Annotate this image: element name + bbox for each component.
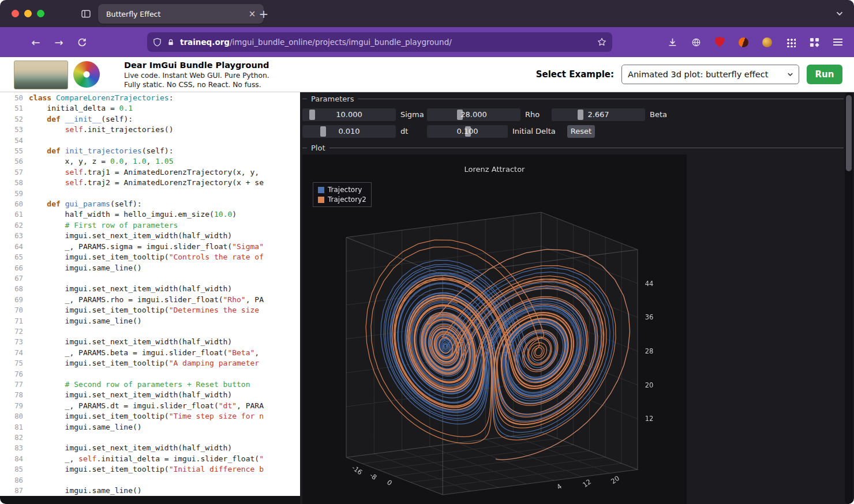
darkreader-extension-icon[interactable] [734,33,752,51]
line-number: 78 [0,390,29,400]
code-line[interactable]: 65 imgui.set_item_tooltip("Controls the … [0,252,300,262]
code-text: imgui.set_next_item_width(half_width) [29,284,232,294]
parameters-header: Parameters [311,95,354,103]
code-line[interactable]: 78 imgui.set_next_item_width(half_width) [0,390,300,400]
code-text: imgui.same_line() [29,486,142,496]
line-number: 67 [0,273,29,284]
code-line[interactable]: 73 imgui.set_next_item_width(half_width) [0,337,300,347]
code-line[interactable]: 62 # First row of parameters [0,220,300,231]
code-line[interactable]: 81 imgui.same_line() [0,422,300,432]
code-text: _, PARAMS.beta = imgui.slider_float("Bet… [29,348,259,358]
code-line[interactable]: 85 imgui.set_item_tooltip("Initial diffe… [0,464,300,475]
rho-slider[interactable]: 28.000 [427,108,520,121]
line-number: 81 [0,422,29,432]
plot-area[interactable]: Lorenz Attractor Trajectory Trajectory2 … [302,155,687,504]
amber-extension-icon[interactable] [758,33,776,51]
url-bar[interactable]: traineq.org/imgui_bundle_online/projects… [147,32,612,52]
code-line[interactable]: 76 [0,369,300,379]
close-window-button[interactable] [12,10,19,17]
code-line[interactable]: 66 imgui.same_line() [0,263,300,273]
forward-button[interactable]: → [50,33,68,51]
reload-button[interactable] [73,33,91,51]
download-icon[interactable] [663,33,681,51]
code-line[interactable]: 63 imgui.set_next_item_width(half_width) [0,231,300,241]
code-line[interactable]: 86 [0,475,300,486]
line-number: 85 [0,464,29,475]
translate-globe-icon[interactable] [687,33,705,51]
code-line[interactable]: 50class CompareLorenzTrajectories: [0,93,300,103]
back-button[interactable]: ← [27,33,45,51]
apps-grid-icon[interactable] [781,33,800,51]
code-line[interactable]: 69 _, PARAMS.rho = imgui.slider_float("R… [0,295,300,305]
code-text: self.init_trajectories() [29,125,173,135]
ublock-extension-icon[interactable] [710,33,729,51]
initial-delta-slider[interactable]: 0.100 [427,125,508,138]
zoom-window-button[interactable] [37,10,44,17]
code-line[interactable]: 75 imgui.set_item_tooltip("A damping par… [0,358,300,368]
code-line[interactable]: 74 _, PARAMS.beta = imgui.slider_float("… [0,348,300,358]
legend-swatch-trajectory2[interactable] [318,197,324,203]
code-line[interactable]: 67 [0,273,300,284]
lock-icon[interactable] [167,38,175,47]
code-line[interactable]: 72 [0,326,300,337]
code-line[interactable]: 71 imgui.same_line() [0,316,300,326]
code-text: x, y, z = 0.0, 1.0, 1.05 [29,156,173,167]
minimize-window-button[interactable] [24,10,32,17]
code-text: imgui.set_item_tooltip("Determines the s… [29,305,259,315]
code-text: _, PARAMS.dt = imgui.slider_float("dt", … [29,401,264,411]
code-text: _, PARAMS.sigma = imgui.slider_float("Si… [29,242,264,252]
extensions-icon[interactable] [805,33,823,51]
code-line[interactable]: 58 self.traj2 = AnimatedLorenzTrajectory… [0,178,300,188]
code-editor[interactable]: 50class CompareLorenzTrajectories:51 ini… [0,92,300,496]
legend-swatch-trajectory[interactable] [318,187,324,193]
legend-item[interactable]: Trajectory [318,186,366,194]
code-line[interactable]: 55 def init_trajectories(self): [0,146,300,156]
plot-legend[interactable]: Trajectory Trajectory2 [313,182,372,207]
code-text: class CompareLorenzTrajectories: [29,93,173,103]
code-line[interactable]: 56 x, y, z = 0.0, 1.0, 1.05 [0,156,300,167]
code-line[interactable]: 84 _, self.initial_delta = imgui.slider_… [0,454,300,464]
line-number: 87 [0,486,29,496]
beta-slider[interactable]: 2.667 [552,108,645,121]
code-line[interactable]: 80 imgui.set_item_tooltip("Time step siz… [0,411,300,422]
bookmark-star-icon[interactable] [597,37,606,47]
code-line[interactable]: 51 initial_delta = 0.1 [0,103,300,114]
example-select[interactable]: Animated 3d plot: butterfly effect [621,65,799,84]
sigma-slider[interactable]: 10.000 [302,108,396,121]
code-line[interactable]: 83 imgui.set_next_item_width(half_width) [0,443,300,453]
code-line[interactable]: 53 self.init_trajectories() [0,125,300,135]
code-line[interactable]: 54 [0,136,300,146]
line-number: 63 [0,231,29,241]
code-text: imgui.set_item_tooltip("Controls the rat… [29,252,264,262]
code-line[interactable]: 87 imgui.same_line() [0,486,300,496]
code-line[interactable]: 70 imgui.set_item_tooltip("Determines th… [0,305,300,315]
initial-delta-slider-value: 0.100 [427,125,508,138]
menu-button[interactable] [829,33,847,51]
new-tab-button[interactable]: + [256,6,272,22]
code-line[interactable]: 59 [0,189,300,199]
legend-label: Trajectory2 [328,195,366,204]
run-button[interactable]: Run [807,65,842,84]
code-line[interactable]: 64 _, PARAMS.sigma = imgui.slider_float(… [0,242,300,252]
tracking-protection-shield-icon[interactable] [153,37,162,47]
scrollbar-track[interactable] [845,92,853,504]
code-line[interactable]: 79 _, PARAMS.dt = imgui.slider_float("dt… [0,401,300,411]
code-line[interactable]: 68 imgui.set_next_item_width(half_width) [0,284,300,294]
code-line[interactable]: 61 half_width = hello_imgui.em_size(10.0… [0,209,300,220]
code-line[interactable]: 77 # Second row of parameters + Reset bu… [0,379,300,390]
code-line[interactable]: 52 def __init__(self): [0,114,300,125]
code-line[interactable]: 60 def gui_params(self): [0,199,300,209]
line-number: 54 [0,136,29,146]
code-line[interactable]: 57 self.traj1 = AnimatedLorenzTrajectory… [0,167,300,178]
browser-tab[interactable]: Butterfly Effect × [98,4,264,24]
separator-line [302,99,307,99]
code-line[interactable]: 82 [0,432,300,443]
list-all-tabs-chevron-icon[interactable] [833,7,846,20]
legend-item[interactable]: Trajectory2 [318,195,366,204]
scrollbar-thumb[interactable] [846,95,852,171]
dt-slider[interactable]: 0.010 [302,125,396,138]
firefox-view-icon[interactable] [78,6,93,21]
url-domain: traineq.org [180,37,230,47]
traffic-lights [12,10,44,17]
reset-button[interactable]: Reset [567,125,595,138]
